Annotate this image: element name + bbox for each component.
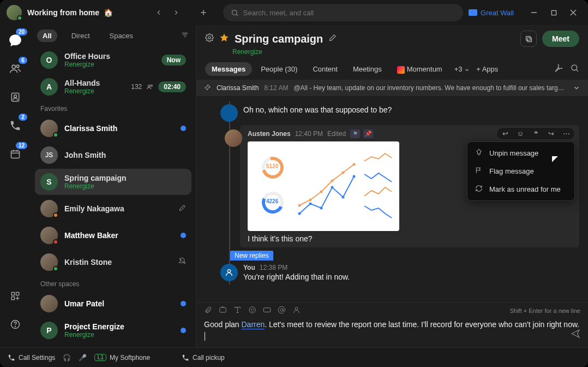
nav-forward-button[interactable]	[169, 5, 184, 20]
house-icon: 🏠	[104, 8, 113, 17]
message-highlighted[interactable]: ↩ ☺ ❝ ↪ ⋯ Unpin message Flag message Mar…	[240, 125, 579, 247]
people-icon	[9, 63, 21, 75]
avatar	[40, 295, 58, 312]
rail-help[interactable]	[5, 315, 25, 334]
react-emoji-button[interactable]: ☺	[515, 129, 525, 138]
menu-flag[interactable]: Flag message	[467, 162, 574, 180]
meet-button[interactable]: Meet	[542, 31, 579, 47]
popout-button[interactable]	[520, 31, 537, 47]
space-item-project-energize[interactable]: P Project EnergizeRenergize	[35, 317, 191, 344]
rail-calendar[interactable]: 12	[5, 144, 25, 164]
tabs-overflow[interactable]: +3	[454, 65, 470, 73]
composer-hint: Shift + Enter for a new line	[510, 307, 580, 314]
emoji-button[interactable]	[248, 306, 256, 316]
screenshot-button[interactable]	[219, 306, 227, 316]
window-close-button[interactable]	[565, 4, 581, 21]
chevron-down-icon[interactable]	[573, 84, 580, 92]
search-input[interactable]	[243, 9, 455, 17]
filter-button[interactable]	[181, 31, 189, 42]
pinned-banner[interactable]: Clarissa Smith 8:12 AM @All - Hey team, …	[196, 80, 588, 97]
nav-back-button[interactable]	[151, 5, 166, 20]
svg-rect-12	[11, 151, 20, 158]
sidebar-tab-spaces[interactable]: Spaces	[104, 29, 139, 42]
send-button[interactable]	[571, 329, 580, 342]
sidebar-tab-direct[interactable]: Direct	[66, 29, 95, 42]
avatar	[220, 104, 238, 122]
cursor-icon: ◤	[552, 154, 558, 163]
tab-content[interactable]: Content	[306, 62, 344, 76]
chart-attachment[interactable]: 5120 4226	[248, 141, 399, 231]
presence-status[interactable]: Working from home 🏠	[27, 8, 113, 17]
message[interactable]: You12:38 PM You're right! Adding that in…	[240, 261, 579, 285]
brand-link[interactable]: Great Wall	[469, 9, 514, 17]
react-quote-button[interactable]: ❝	[531, 129, 541, 138]
rail-messaging[interactable]: 20	[5, 31, 25, 50]
space-item-all-hands[interactable]: A All-HandsRenergize 13202:40	[35, 74, 191, 100]
space-item-umar[interactable]: Umar Patel	[35, 291, 191, 317]
tab-messages[interactable]: Messages	[205, 62, 252, 76]
pin-badge-icon: 📌	[363, 129, 373, 138]
sidebar-tab-all[interactable]: All	[37, 29, 57, 42]
menu-unpin[interactable]: Unpin message	[467, 144, 574, 162]
person-icon	[292, 306, 301, 314]
search-in-space-button[interactable]	[570, 63, 579, 75]
rail-calling-badge: 2	[19, 114, 27, 121]
new-button[interactable]	[196, 5, 211, 20]
bitmoji-button[interactable]	[292, 306, 301, 316]
space-item-john[interactable]: JS John Smith	[35, 142, 191, 168]
svg-point-44	[331, 186, 334, 188]
react-forward-button[interactable]: ↪	[546, 129, 556, 138]
avatar	[225, 129, 242, 147]
audio-device-icon[interactable]: 🎧	[63, 354, 71, 362]
edit-title-button[interactable]	[328, 34, 337, 44]
window-minimize-button[interactable]	[526, 4, 542, 21]
svg-point-35	[298, 204, 301, 206]
search-box[interactable]	[223, 4, 463, 21]
softphone-button[interactable]: L1My Softphone	[94, 354, 150, 362]
mention-button[interactable]	[278, 306, 286, 316]
rail-teams[interactable]: 6	[5, 59, 25, 79]
call-pickup-button[interactable]: Call pickup	[182, 354, 225, 362]
favorite-star-icon[interactable]	[219, 33, 229, 45]
space-item-clarissa[interactable]: Clarissa Smith	[35, 115, 191, 141]
rail-apps[interactable]	[5, 286, 25, 306]
tab-people[interactable]: People (30)	[254, 62, 304, 76]
tab-meetings[interactable]: Meetings	[346, 62, 388, 76]
attach-button[interactable]	[204, 306, 212, 316]
rail-calling[interactable]: 2	[5, 116, 25, 135]
search-icon	[570, 63, 579, 73]
space-item-matthew[interactable]: Matthew Baker	[35, 222, 191, 248]
space-subtitle: Renergize	[232, 48, 579, 56]
rail-contacts[interactable]	[5, 87, 25, 107]
search-icon	[231, 9, 239, 17]
format-icon	[233, 306, 242, 314]
menu-mark-unread[interactable]: Mark as unread for me	[467, 180, 574, 198]
mic-device-icon[interactable]: 🎤	[79, 354, 87, 362]
self-avatar[interactable]	[7, 5, 22, 20]
space-item-spring-campaign[interactable]: S Spring campaignRenergize	[35, 169, 191, 195]
space-item-office-hours[interactable]: O Office HoursRenergize Now	[35, 47, 191, 73]
svg-line-3	[236, 14, 238, 16]
format-button[interactable]	[233, 306, 242, 316]
pin-list-button[interactable]	[553, 63, 562, 75]
tab-momentum[interactable]: Momentum	[391, 62, 449, 76]
space-item-emily[interactable]: Emily Nakagawa	[35, 196, 191, 222]
call-settings-button[interactable]: Call Settings	[8, 354, 55, 362]
message[interactable]: Oh no, which one was that supposed to be…	[240, 101, 579, 125]
window-maximize-button[interactable]	[545, 4, 562, 21]
svg-rect-48	[220, 307, 226, 312]
phone-icon	[9, 120, 21, 132]
space-settings-button[interactable]	[205, 33, 214, 44]
space-item-kristin[interactable]: Kristin Stone	[35, 249, 191, 275]
composer-input[interactable]: Good plan Darren. Let's meet to review t…	[204, 319, 580, 342]
favorites-label: Favorites	[33, 100, 194, 115]
svg-point-51	[253, 309, 254, 310]
mention-token[interactable]: Darren	[242, 320, 265, 329]
react-reply-button[interactable]: ↩	[500, 129, 510, 138]
svg-rect-16	[11, 292, 14, 295]
unread-indicator	[181, 233, 186, 238]
svg-point-2	[232, 10, 237, 15]
add-apps-button[interactable]: + Apps	[476, 65, 498, 73]
react-more-button[interactable]: ⋯	[561, 129, 571, 138]
gif-button[interactable]	[263, 306, 271, 316]
